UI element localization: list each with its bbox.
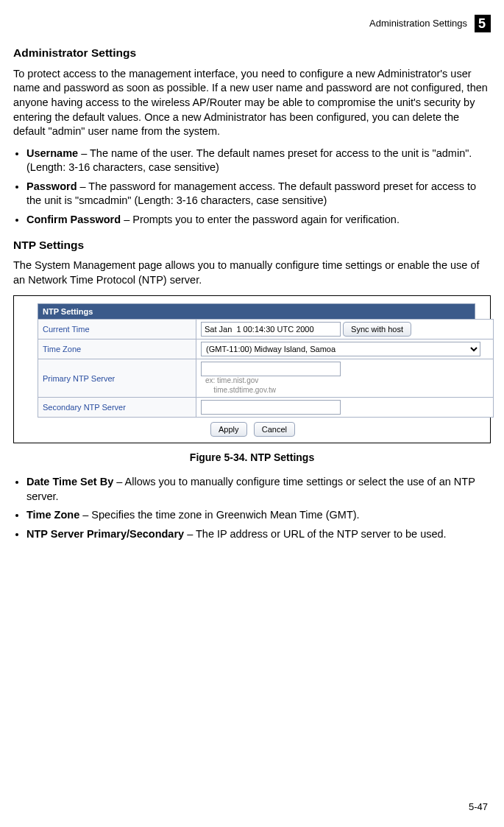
ntp-panel-title: NTP Settings — [38, 303, 475, 320]
header-title: Administration Settings — [369, 17, 467, 30]
page-header: Administration Settings 5 — [13, 15, 491, 32]
primary-ntp-label: Primary NTP Server — [38, 359, 196, 398]
list-item: Date Time Set By – Allows you to manuall… — [26, 475, 491, 504]
ntp-button-row: Apply Cancel — [38, 418, 484, 437]
secondary-ntp-cell — [196, 398, 494, 418]
ntp-panel: NTP Settings Current Time Sync with host… — [20, 303, 484, 437]
chapter-badge: 5 — [475, 15, 491, 32]
secondary-ntp-input[interactable] — [201, 400, 341, 415]
secondary-ntp-label: Secondary NTP Server — [38, 398, 196, 418]
list-item: Password – The password for management a… — [26, 180, 491, 208]
admin-settings-paragraph: To protect access to the management inte… — [13, 67, 491, 139]
cancel-button[interactable]: Cancel — [254, 422, 295, 437]
ntp-settings-heading: NTP Settings — [13, 238, 491, 253]
current-time-input[interactable] — [201, 322, 341, 337]
table-row: Time Zone (GMT-11:00) Midway Island, Sam… — [38, 339, 494, 359]
time-zone-cell: (GMT-11:00) Midway Island, Samoa — [196, 339, 494, 359]
list-item: Confirm Password – Prompts you to enter … — [26, 213, 491, 228]
ntp-intro-paragraph: The System Management page allows you to… — [13, 258, 491, 287]
time-zone-label: Time Zone — [38, 339, 196, 359]
ntp-figure: NTP Settings Current Time Sync with host… — [13, 295, 491, 444]
list-item: NTP Server Primary/Secondary – The IP ad… — [26, 527, 491, 542]
item-text: – The name of the user. The default name… — [26, 147, 472, 174]
item-text: – The password for management access. Th… — [26, 180, 476, 207]
apply-button[interactable]: Apply — [210, 422, 247, 437]
primary-ntp-hint: ex: time.nist.gov time.stdtime.gov.tw — [201, 376, 489, 395]
table-row: Current Time Sync with host — [38, 320, 494, 339]
item-text: – Specifies the time zone in Greenwich M… — [79, 509, 359, 521]
hint-line: time.stdtime.gov.tw — [213, 386, 276, 394]
table-row: Secondary NTP Server — [38, 398, 494, 418]
item-label: Password — [26, 180, 77, 192]
primary-ntp-input[interactable] — [201, 362, 341, 376]
list-item: Time Zone – Specifies the time zone in G… — [26, 508, 491, 523]
time-zone-select[interactable]: (GMT-11:00) Midway Island, Samoa — [201, 342, 480, 356]
admin-settings-heading: Administrator Settings — [13, 46, 491, 61]
sync-with-host-button[interactable]: Sync with host — [343, 322, 411, 337]
hint-line: ex: time.nist.gov — [205, 376, 258, 384]
item-label: Confirm Password — [26, 214, 121, 225]
item-label: Username — [26, 147, 78, 159]
primary-ntp-cell: ex: time.nist.gov time.stdtime.gov.tw — [196, 359, 494, 398]
table-row: Primary NTP Server ex: time.nist.gov tim… — [38, 359, 494, 398]
item-label: NTP Server Primary/Secondary — [26, 528, 184, 540]
item-label: Time Zone — [26, 509, 79, 521]
ntp-table: Current Time Sync with host Time Zone (G… — [38, 319, 494, 418]
current-time-cell: Sync with host — [196, 320, 494, 339]
admin-settings-list: Username – The name of the user. The def… — [13, 147, 491, 228]
item-label: Date Time Set By — [26, 476, 113, 488]
current-time-label: Current Time — [38, 320, 196, 339]
item-text: – Prompts you to enter the password agai… — [121, 214, 400, 225]
ntp-description-list: Date Time Set By – Allows you to manuall… — [13, 475, 491, 541]
item-text: – The IP address or URL of the NTP serve… — [184, 528, 447, 540]
list-item: Username – The name of the user. The def… — [26, 147, 491, 175]
page-number: 5-47 — [469, 800, 488, 814]
figure-caption: Figure 5-34. NTP Settings — [13, 451, 491, 465]
